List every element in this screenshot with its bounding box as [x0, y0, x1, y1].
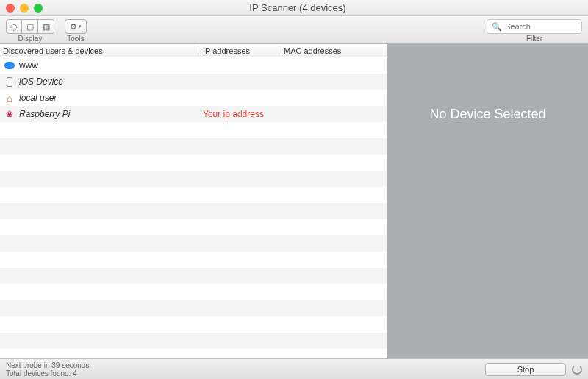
display-mode-1-button[interactable]: ◌ [6, 19, 22, 34]
filter-label: Filter [526, 35, 542, 43]
status-text: Next probe in 39 seconds Total devices f… [6, 361, 89, 378]
display-mode-3-button[interactable]: ▥ [38, 19, 54, 34]
table-row [0, 171, 387, 187]
detail-panel: No Device Selected [387, 44, 588, 358]
display-segmented: ◌ ▢ ▥ [6, 19, 54, 34]
table-row [0, 235, 387, 252]
toolbar: ◌ ▢ ▥ Display ⚙▾ Tools 🔍 Filter [0, 16, 588, 44]
table-row [0, 252, 387, 268]
col-devices[interactable]: Discovered users & devices [0, 46, 198, 55]
table-row [0, 268, 387, 284]
table-header: Discovered users & devices IP addresses … [0, 44, 387, 57]
stop-button-label: Stop [517, 365, 534, 374]
table-row [0, 122, 387, 138]
total-devices-text: Total devices found: 4 [6, 369, 89, 378]
table-row [0, 187, 387, 203]
spinner-icon [572, 364, 582, 375]
table-row [0, 219, 387, 235]
status-bar: Next probe in 39 seconds Total devices f… [0, 358, 588, 379]
square-icon: ▢ [26, 22, 34, 32]
columns-icon: ▥ [43, 22, 50, 32]
table-row [0, 316, 387, 333]
table-row[interactable]: iOS Device [0, 74, 387, 90]
table-row[interactable]: ⌂local user [0, 90, 387, 106]
table-row[interactable]: www [0, 57, 387, 74]
table-row [0, 333, 387, 349]
col-mac[interactable]: MAC addresses [279, 46, 387, 55]
filter-group: 🔍 Filter [487, 19, 582, 43]
table-row [0, 300, 387, 316]
search-input[interactable] [505, 22, 588, 31]
col-ip[interactable]: IP addresses [198, 46, 279, 55]
stop-button[interactable]: Stop [485, 363, 566, 376]
chevron-down-icon: ▾ [79, 24, 82, 29]
phone-icon [4, 77, 15, 87]
table-row [0, 138, 387, 155]
window-title: IP Scanner (4 devices) [13, 2, 582, 13]
device-name: iOS Device [19, 77, 63, 87]
titlebar: IP Scanner (4 devices) [0, 0, 588, 16]
main-area: Discovered users & devices IP addresses … [0, 44, 588, 358]
device-ip: Your ip address [198, 109, 279, 119]
display-mode-2-button[interactable]: ▢ [22, 19, 38, 34]
detail-empty-text: No Device Selected [429, 107, 545, 122]
dashed-square-icon: ◌ [10, 22, 18, 32]
device-name: www [19, 60, 38, 71]
device-name: Raspberry Pi [19, 109, 70, 119]
device-list-panel: Discovered users & devices IP addresses … [0, 44, 387, 358]
tools-button[interactable]: ⚙▾ [65, 19, 87, 34]
table-row [0, 155, 387, 171]
tools-label: Tools [67, 35, 84, 43]
gear-icon: ⚙ [70, 22, 77, 32]
display-label: Display [18, 35, 43, 43]
table-body: wwwiOS Device⌂local user❀Raspberry PiYou… [0, 57, 387, 358]
next-probe-text: Next probe in 39 seconds [6, 361, 89, 369]
tools-group: ⚙▾ Tools [65, 19, 87, 43]
table-row[interactable]: ❀Raspberry PiYour ip address [0, 106, 387, 122]
table-row [0, 284, 387, 300]
device-name: local user [19, 93, 57, 103]
table-row [0, 203, 387, 219]
house-icon: ⌂ [4, 93, 15, 103]
globe-icon [4, 60, 15, 71]
search-icon: 🔍 [492, 22, 502, 32]
search-field[interactable]: 🔍 [487, 19, 582, 34]
raspberry-icon: ❀ [4, 109, 15, 119]
display-group: ◌ ▢ ▥ Display [6, 19, 54, 43]
